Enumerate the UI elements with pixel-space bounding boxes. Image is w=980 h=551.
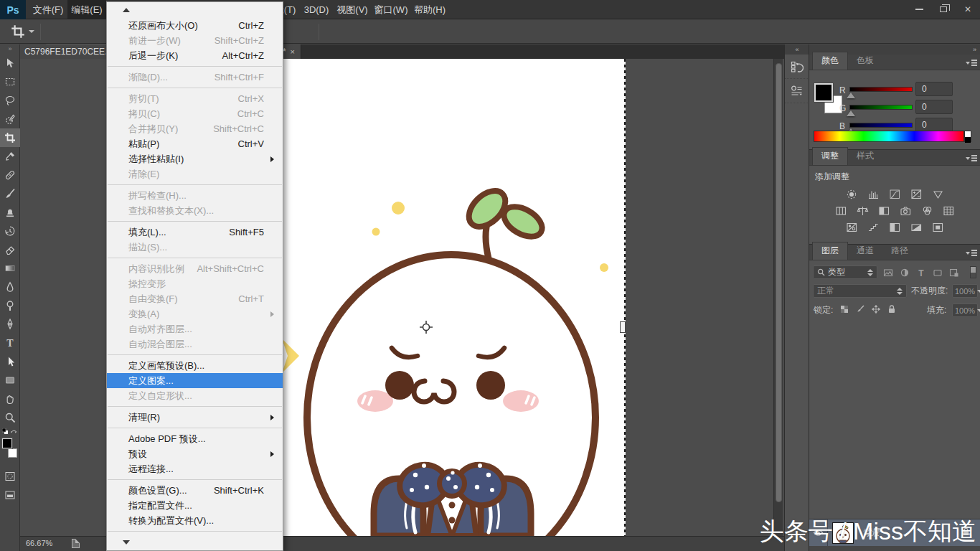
menu-item-28[interactable]: 定义图案... <box>107 373 283 388</box>
menubar-item-1[interactable]: 文件(F) <box>29 0 67 19</box>
restore-button[interactable] <box>931 0 956 18</box>
crop-handle[interactable] <box>620 321 626 333</box>
panel-menu-icon[interactable] <box>966 59 977 67</box>
hand-tool-button[interactable] <box>0 390 20 408</box>
color-swatches[interactable] <box>0 437 20 467</box>
history-brush-tool-button[interactable] <box>0 222 20 240</box>
tab-swatches[interactable]: 色板 <box>848 52 882 70</box>
channel-slider[interactable] <box>849 87 913 92</box>
opacity-field[interactable]: 100% <box>952 284 978 298</box>
background-color-swatch[interactable] <box>8 448 17 458</box>
crop-tool-option-icon[interactable] <box>10 24 26 41</box>
exposure-adjustment-button[interactable] <box>910 188 924 200</box>
tab-close-icon[interactable]: × <box>289 47 296 56</box>
channel-mixer-adjustment-button[interactable] <box>920 204 935 217</box>
history-panel-button[interactable] <box>785 55 809 79</box>
menu-item-31[interactable]: 清理(R) <box>107 410 283 425</box>
lock-all-button[interactable] <box>885 303 897 315</box>
zoom-level[interactable]: 66.67% <box>26 539 52 547</box>
eraser-tool-button[interactable] <box>0 240 20 259</box>
selective-color-adjustment-button[interactable] <box>931 221 946 233</box>
menubar-item-2[interactable]: 编辑(E) <box>67 0 106 19</box>
smart-filter-button[interactable] <box>949 268 959 278</box>
menu-item-10[interactable]: 粘贴(P)Ctrl+V <box>107 136 283 151</box>
spectrum-bw-swatches[interactable] <box>964 131 971 142</box>
black-white-adjustment-button[interactable] <box>877 204 892 217</box>
dodge-tool-button[interactable] <box>0 296 20 315</box>
filter-toggle[interactable] <box>970 266 976 278</box>
menu-scroll-up-arrow[interactable] <box>107 2 283 18</box>
invert-adjustment-button[interactable] <box>845 221 859 233</box>
menu-item-38[interactable]: 指定配置文件... <box>107 498 283 513</box>
tab-styles[interactable]: 样式 <box>848 148 882 165</box>
fill-field[interactable]: 100% <box>952 303 978 317</box>
hue-saturation-adjustment-button[interactable] <box>834 204 849 217</box>
adjustment-filter-button[interactable] <box>900 268 910 278</box>
slider-thumb-icon[interactable] <box>847 93 855 98</box>
menu-item-35[interactable]: 远程连接... <box>107 461 283 476</box>
menu-item-37[interactable]: 颜色设置(G)...Shift+Ctrl+K <box>107 483 283 498</box>
channel-value-field[interactable]: 0 <box>915 82 953 96</box>
tab-paths[interactable]: 路径 <box>882 242 917 260</box>
tab-adjustments[interactable]: 调整 <box>812 147 848 165</box>
color-lookup-adjustment-button[interactable] <box>942 204 956 217</box>
posterize-adjustment-button[interactable] <box>867 221 881 233</box>
crop-tool-button[interactable] <box>0 128 20 147</box>
vertical-scrollbar[interactable] <box>773 59 783 536</box>
type-filter-button[interactable]: T <box>916 268 926 278</box>
shape-tool-button[interactable] <box>0 371 20 390</box>
tab-color[interactable]: 颜色 <box>812 52 848 70</box>
zoom-tool-button[interactable] <box>0 408 20 427</box>
clone-stamp-tool-button[interactable] <box>0 203 20 222</box>
pen-tool-button[interactable] <box>0 315 20 334</box>
healing-tool-button[interactable] <box>0 166 20 184</box>
menubar-item-10[interactable]: 窗口(W) <box>372 0 410 19</box>
path-select-tool-button[interactable] <box>0 352 20 371</box>
menubar-item-11[interactable]: 帮助(H) <box>410 0 449 19</box>
menu-item-34[interactable]: 预设 <box>107 446 283 461</box>
menu-item-33[interactable]: Adobe PDF 预设... <box>107 431 283 446</box>
document-canvas[interactable] <box>282 59 625 536</box>
menu-item-11[interactable]: 选择性粘贴(I) <box>107 151 283 166</box>
blur-tool-button[interactable] <box>0 278 20 296</box>
gradient-tool-button[interactable] <box>0 259 20 278</box>
close-button[interactable]: ✕ <box>956 0 980 18</box>
brush-tool-button[interactable] <box>0 184 20 203</box>
crop-boundary[interactable] <box>624 59 626 536</box>
type-tool-button[interactable]: T <box>0 334 20 352</box>
foreground-color-swatch[interactable] <box>2 438 12 448</box>
quick-select-tool-button[interactable] <box>0 110 20 128</box>
gradient-map-adjustment-button[interactable] <box>910 221 924 233</box>
move-tool-button[interactable] <box>0 54 20 72</box>
color-spectrum-ramp[interactable] <box>814 131 964 142</box>
slider-thumb-icon[interactable] <box>847 110 855 116</box>
color-balance-adjustment-button[interactable] <box>856 204 870 217</box>
expand-panels-icon[interactable]: « <box>785 44 809 55</box>
menubar-item-9[interactable]: 视图(V) <box>333 0 372 19</box>
menubar-item-8[interactable]: 3D(D) <box>300 0 333 19</box>
lasso-tool-button[interactable] <box>0 91 20 110</box>
tab-channels[interactable]: 通道 <box>848 242 882 260</box>
default-colors-icon[interactable] <box>2 427 9 437</box>
menu-item-39[interactable]: 转换为配置文件(V)... <box>107 513 283 528</box>
lock-move-button[interactable] <box>870 303 882 315</box>
properties-panel-button[interactable] <box>785 79 809 103</box>
menu-item-17[interactable]: 填充(L)...Shift+F5 <box>107 225 283 240</box>
brightness-contrast-adjustment-button[interactable] <box>845 188 859 200</box>
pixel-filter-button[interactable] <box>883 268 893 278</box>
curves-adjustment-button[interactable] <box>888 188 903 200</box>
lock-paint-button[interactable] <box>854 303 866 315</box>
channel-slider[interactable] <box>849 123 913 128</box>
vertical-scrollbar-thumb[interactable] <box>776 63 782 502</box>
menu-item-27[interactable]: 定义画笔预设(B)... <box>107 358 283 373</box>
menu-item-3[interactable]: 后退一步(K)Alt+Ctrl+Z <box>107 48 283 63</box>
levels-adjustment-button[interactable] <box>867 188 881 200</box>
menu-item-1[interactable]: 还原画布大小(O)Ctrl+Z <box>107 18 283 33</box>
toolbox-collapse-icon[interactable]: » <box>0 44 19 54</box>
crop-preset-caret-icon[interactable] <box>29 30 34 33</box>
minimize-button[interactable] <box>907 0 931 18</box>
lock-transparent-button[interactable] <box>838 303 850 315</box>
blend-mode-select[interactable]: 正常 <box>813 284 907 298</box>
channel-value-field[interactable]: 0 <box>915 118 953 132</box>
vibrance-adjustment-button[interactable] <box>931 188 946 200</box>
